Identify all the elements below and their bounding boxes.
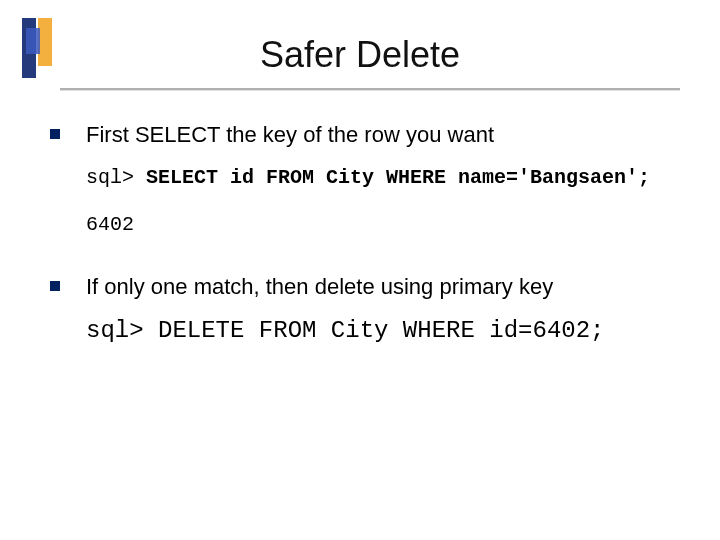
code-result: 6402 (86, 211, 690, 238)
code-prompt: sql> (86, 317, 144, 344)
bullet-square-icon (50, 129, 60, 139)
code-line: sql> SELECT id FROM City WHERE name='Ban… (86, 164, 690, 191)
code-statement: DELETE FROM City WHERE id=6402; (144, 317, 605, 344)
bullet-text: If only one match, then delete using pri… (86, 272, 690, 302)
bullet-item: If only one match, then delete using pri… (50, 272, 690, 302)
bullet-text: First SELECT the key of the row you want (86, 120, 690, 150)
code-prompt: sql> (86, 166, 134, 189)
code-statement: SELECT id FROM City WHERE name='Bangsaen… (134, 166, 650, 189)
title-area: Safer Delete (0, 34, 720, 76)
bullet-square-icon (50, 281, 60, 291)
title-underline (60, 88, 680, 90)
code-line: sql> DELETE FROM City WHERE id=6402; (86, 315, 690, 347)
slide-body: First SELECT the key of the row you want… (50, 120, 690, 362)
slide: Safer Delete First SELECT the key of the… (0, 0, 720, 540)
slide-title: Safer Delete (0, 34, 720, 76)
bullet-item: First SELECT the key of the row you want (50, 120, 690, 150)
